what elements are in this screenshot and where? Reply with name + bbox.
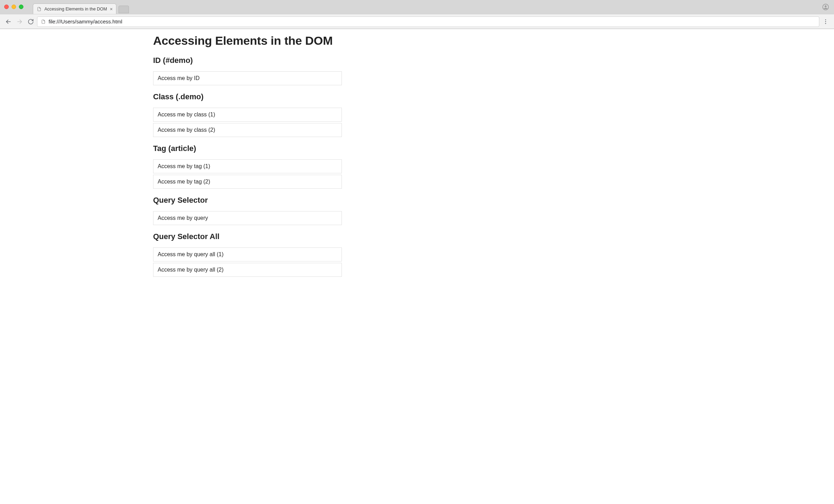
tab-title: Accessing Elements in the DOM [44,7,107,12]
demo-box: Access me by tag (2) [153,175,342,189]
browser-chrome: Accessing Elements in the DOM × [0,0,834,29]
svg-point-1 [825,5,826,7]
section-heading: Query Selector [153,196,342,205]
section-query: Query Selector Access me by query [153,196,342,225]
window-controls [4,5,23,9]
section-heading: Tag (article) [153,144,342,153]
forward-button[interactable] [15,17,24,27]
svg-point-3 [825,21,826,22]
svg-point-2 [825,19,826,20]
new-tab-button[interactable] [118,6,129,13]
window-minimize-button[interactable] [12,5,16,9]
page-title: Accessing Elements in the DOM [153,34,342,48]
section-tag: Tag (article) Access me by tag (1) Acces… [153,144,342,189]
address-bar[interactable]: file:///Users/sammy/access.html [37,16,819,27]
window-fullscreen-button[interactable] [19,5,23,9]
demo-box: Access me by tag (1) [153,159,342,173]
demo-box: Access me by query [153,211,342,225]
demo-box: Access me by class (1) [153,108,342,122]
section-id: ID (#demo) Access me by ID [153,56,342,85]
browser-menu-button[interactable] [821,17,831,27]
section-heading: ID (#demo) [153,56,342,65]
url-text: file:///Users/sammy/access.html [49,19,122,24]
back-button[interactable] [3,17,13,27]
tab-strip: Accessing Elements in the DOM × [0,0,834,14]
page-viewport: Accessing Elements in the DOM ID (#demo)… [0,34,834,295]
page-content: Accessing Elements in the DOM ID (#demo)… [153,34,342,277]
window-close-button[interactable] [4,5,9,9]
browser-toolbar: file:///Users/sammy/access.html [0,14,834,29]
demo-box: Access me by class (2) [153,123,342,137]
demo-box: Access me by query all (2) [153,263,342,277]
section-query-all: Query Selector All Access me by query al… [153,232,342,277]
svg-point-4 [825,23,826,24]
page-icon [37,7,42,12]
section-class: Class (.demo) Access me by class (1) Acc… [153,92,342,137]
demo-box: Access me by ID [153,71,342,85]
reload-button[interactable] [26,17,36,27]
browser-tab[interactable]: Accessing Elements in the DOM × [33,3,116,14]
section-heading: Query Selector All [153,232,342,241]
demo-box: Access me by query all (1) [153,247,342,261]
page-icon [41,19,46,24]
section-heading: Class (.demo) [153,92,342,101]
profile-icon[interactable] [822,3,829,10]
close-icon[interactable]: × [110,7,113,12]
